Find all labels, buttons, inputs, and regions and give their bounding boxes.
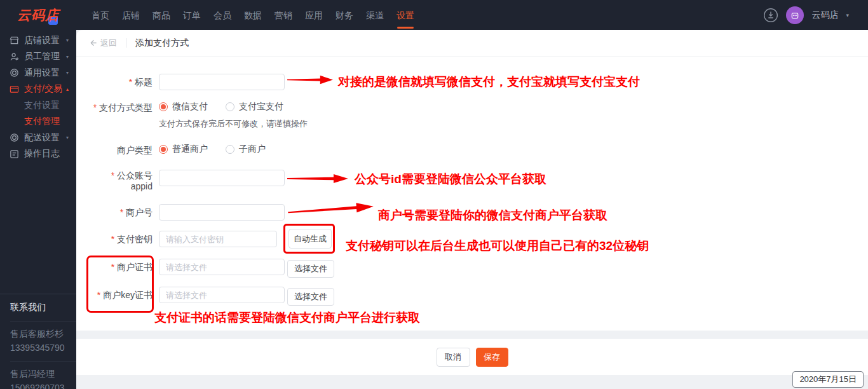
radio-label: 子商户 (239, 144, 266, 155)
topbar-right: 云码店 ▾ (763, 6, 868, 24)
content-card: 返回 添加支付方式 标题 支付方式类型 微信支付 支付宝支付 支付方式保存完后不… (76, 30, 868, 331)
sidebar-item-general-settings[interactable]: 通用设置 ▾ (0, 65, 76, 81)
sidebar-item-payment-management[interactable]: 支付管理 (0, 114, 76, 130)
annotation-cert-note: 支付证书的话需要登陆微信支付商户平台进行获取 (154, 310, 420, 326)
chevron-up-icon: ▴ (66, 86, 69, 92)
nav-item-app[interactable]: 应用 (305, 9, 323, 22)
title-input[interactable] (159, 74, 285, 90)
nav-item-order[interactable]: 订单 (183, 9, 201, 22)
nav-item-channel[interactable]: 渠道 (366, 9, 384, 22)
nav-item-settings[interactable]: 设置 (397, 9, 414, 22)
annotation-title-note: 对接的是微信就填写微信支付，支付宝就填写支付宝支付 (338, 74, 640, 90)
sidebar-item-label: 支付管理 (24, 116, 60, 127)
account-name[interactable]: 云码店 (811, 10, 838, 21)
appid-input[interactable] (159, 170, 285, 186)
gear-icon (10, 133, 19, 142)
merchant-no-label: 商户号 (76, 204, 153, 221)
card-icon (10, 85, 19, 94)
avatar[interactable] (786, 6, 804, 24)
gear-icon (10, 68, 19, 78)
merchant-cert-input[interactable] (159, 259, 285, 275)
radio-sub-merchant[interactable]: 子商户 (226, 144, 266, 155)
annotation-box-auto-generate (283, 224, 335, 254)
sidebar-item-delivery-settings[interactable]: 配送设置 ▾ (0, 130, 76, 146)
nav-item-shop[interactable]: 店铺 (122, 9, 140, 22)
page-header: 返回 添加支付方式 (76, 30, 868, 57)
shop-icon (10, 36, 19, 45)
sidebar-item-shop-settings[interactable]: 店铺设置 ▾ (0, 32, 76, 49)
logo-text: 云码店 (17, 8, 59, 22)
merchant-cert-file-button[interactable]: 选择文件 (287, 260, 334, 278)
sidebar-item-payment-settings[interactable]: 支付设置 (0, 97, 76, 114)
annotation-arrow (288, 201, 374, 217)
pay-key-input[interactable] (159, 231, 277, 247)
cancel-button[interactable]: 取消 (437, 348, 470, 367)
sidebar-item-operation-log[interactable]: 操作日志 (0, 146, 76, 163)
contact-section: 联系我们 售后客服杉杉 13395345790 售后冯经理 1506926070… (0, 294, 76, 389)
log-icon (10, 149, 19, 159)
radio-normal-merchant[interactable]: 普通商户 (159, 144, 208, 155)
radio-unchecked-icon (226, 102, 234, 111)
pay-type-label: 支付方式类型 (76, 101, 153, 114)
annotation-arrow (287, 75, 333, 85)
sidebar-item-label: 员工管理 (24, 51, 60, 62)
merchant-no-input[interactable] (159, 204, 285, 221)
chevron-down-icon[interactable]: ▾ (846, 12, 849, 18)
annotation-box-cert-labels (86, 256, 154, 313)
sidebar-item-staff[interactable]: 员工管理 ▾ (0, 49, 76, 65)
sidebar-item-label: 配送设置 (24, 132, 60, 144)
nav-item-finance[interactable]: 财务 (336, 9, 353, 22)
nav-item-marketing[interactable]: 营销 (275, 9, 292, 22)
sidebar: 店铺设置 ▾ 员工管理 ▾ 通用设置 ▾ 支付/交易 ▴ 支付设置 (0, 30, 76, 389)
chevron-down-icon: ▾ (66, 70, 69, 76)
chevron-down-icon: ▾ (66, 135, 69, 140)
sidebar-item-label: 操作日志 (24, 148, 60, 160)
annotation-appid-note: 公众号id需要登陆微信公众平台获取 (355, 171, 546, 188)
top-nav: 首页 店铺 商品 订单 会员 数据 营销 应用 财务 渠道 设置 (92, 9, 414, 22)
footer-bar: 取消 保存 (76, 339, 868, 375)
save-button[interactable]: 保存 (476, 348, 508, 367)
radio-checked-icon (159, 102, 168, 111)
nav-item-member[interactable]: 会员 (214, 9, 231, 22)
radio-label: 普通商户 (172, 144, 208, 155)
annotation-arrow (287, 174, 348, 184)
title-label: 标题 (76, 74, 153, 90)
contact-title: 联系我们 (10, 302, 76, 313)
contact-name: 售后客服杉杉 (10, 327, 76, 341)
contact-entry: 售后客服杉杉 13395345790 (10, 321, 76, 361)
nav-item-data[interactable]: 数据 (244, 9, 262, 22)
topbar: 云码店 首页 店铺 商品 订单 会员 数据 营销 应用 财务 渠道 设置 云码店… (0, 0, 868, 30)
pay-type-radio-group: 微信支付 支付宝支付 (159, 100, 283, 113)
appid-label: 公众账号 appid (76, 170, 153, 192)
app-logo[interactable]: 云码店 (0, 6, 76, 24)
page-title: 添加支付方式 (135, 38, 189, 49)
sidebar-item-label: 支付/交易 (24, 83, 62, 95)
chevron-down-icon: ▾ (66, 38, 69, 43)
back-button[interactable]: 返回 (89, 38, 117, 49)
radio-alipay[interactable]: 支付宝支付 (226, 101, 283, 113)
pay-type-warning: 支付方式保存完后不可修改，请谨慎操作 (159, 118, 308, 130)
header-divider (126, 38, 126, 48)
contact-name: 售后冯经理 (10, 367, 76, 381)
date-badge: 2020年7月15日 (792, 371, 864, 388)
sidebar-item-label: 店铺设置 (24, 35, 60, 46)
radio-wechat-pay[interactable]: 微信支付 (159, 101, 208, 113)
contact-phone: 13395345790 (10, 341, 76, 355)
radio-checked-icon (159, 145, 168, 154)
download-icon[interactable] (763, 8, 778, 23)
sidebar-item-label: 通用设置 (24, 67, 60, 79)
merchant-key-cert-file-button[interactable]: 选择文件 (287, 288, 334, 306)
pay-key-label: 支付密钥 (76, 231, 153, 247)
nav-item-product[interactable]: 商品 (153, 9, 170, 22)
radio-unchecked-icon (226, 145, 234, 154)
merchant-type-radio-group: 普通商户 子商户 (159, 143, 266, 156)
annotation-pay-key-note: 支付秘钥可以在后台生成也可以使用自己已有的32位秘钥 (346, 238, 649, 254)
user-icon (10, 52, 19, 62)
back-label: 返回 (100, 38, 117, 49)
sidebar-item-payment-trade[interactable]: 支付/交易 ▴ (0, 81, 76, 98)
chevron-down-icon: ▾ (66, 54, 69, 60)
merchant-key-cert-input[interactable] (159, 287, 285, 303)
merchant-type-label: 商户类型 (76, 144, 153, 156)
annotation-merchant-no-note: 商户号需要登陆你的微信支付商户平台获取 (378, 207, 607, 224)
nav-item-home[interactable]: 首页 (92, 9, 109, 22)
